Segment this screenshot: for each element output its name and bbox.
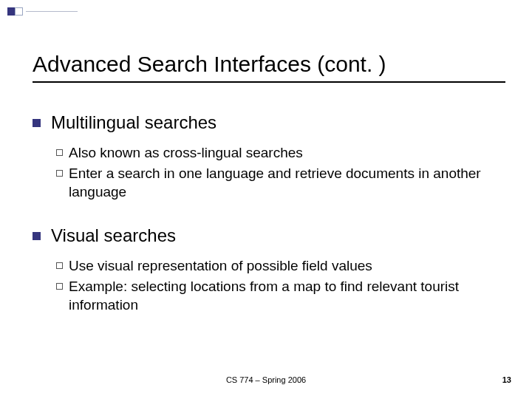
list-item: Use visual representation of possible fi…: [56, 256, 505, 276]
slide-title: Advanced Search Interfaces (cont. ): [33, 52, 505, 83]
list-item: Also known as cross-lingual searches: [56, 143, 505, 163]
bullet-outline-icon: [56, 170, 63, 177]
bullet-square-icon: [33, 119, 41, 127]
footer-page-number: 13: [502, 375, 511, 384]
section-header: Visual searches: [33, 225, 505, 246]
section-header: Multilingual searches: [33, 112, 505, 133]
section-heading: Multilingual searches: [51, 112, 216, 133]
subitem-text: Enter a search in one language and retri…: [69, 164, 505, 202]
list-item: Enter a search in one language and retri…: [56, 164, 505, 202]
bullet-outline-icon: [56, 262, 63, 269]
deco-square-outline-icon: [15, 7, 23, 16]
bullet-square-icon: [33, 232, 41, 240]
subitem-text: Use visual representation of possible fi…: [69, 256, 505, 276]
section-heading: Visual searches: [51, 225, 176, 246]
subitem-list: Use visual representation of possible fi…: [56, 256, 505, 315]
subitem-text: Example: selecting locations from a map …: [69, 277, 505, 315]
slide-decoration: [7, 7, 78, 16]
section-multilingual: Multilingual searches Also known as cros…: [33, 112, 505, 202]
bullet-outline-icon: [56, 283, 63, 290]
subitem-text: Also known as cross-lingual searches: [69, 143, 505, 163]
slide-body: Advanced Search Interfaces (cont. ) Mult…: [33, 52, 505, 338]
footer-course: CS 774 – Spring 2006: [0, 375, 532, 384]
section-visual: Visual searches Use visual representatio…: [33, 225, 505, 315]
subitem-list: Also known as cross-lingual searches Ent…: [56, 143, 505, 202]
list-item: Example: selecting locations from a map …: [56, 277, 505, 315]
deco-line-icon: [26, 11, 78, 12]
bullet-outline-icon: [56, 149, 63, 156]
